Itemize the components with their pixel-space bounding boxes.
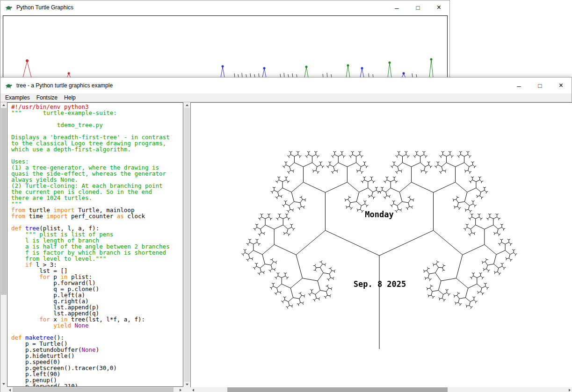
code-line: which use a depth-first-algorithm. <box>11 146 183 152</box>
menubar: Examples Fontsize Help <box>0 93 572 102</box>
fg-window-controls: – □ × <box>508 78 572 93</box>
turtle-app-icon[interactable] <box>5 4 13 11</box>
scroll-down-arrow[interactable] <box>184 382 190 387</box>
bg-window-controls: – □ × <box>386 0 449 14</box>
scroll-left-arrow[interactable] <box>190 387 196 392</box>
turtle-icon <box>5 82 13 89</box>
scroll-right-arrow[interactable] <box>567 387 572 392</box>
close-icon: × <box>437 3 441 12</box>
arrow-down-icon <box>2 383 5 385</box>
scroll-up-arrow[interactable] <box>184 102 190 108</box>
maximize-icon: □ <box>416 4 420 11</box>
turtle-app-icon[interactable] <box>5 82 13 89</box>
code-editor[interactable]: #!/usr/bin/env python3""" turtle-example… <box>7 102 183 387</box>
minimize-icon: – <box>395 4 398 12</box>
fg-window-title: tree - a Python turtle graphics example <box>16 82 113 89</box>
menu-help[interactable]: Help <box>61 94 79 101</box>
turtle-icon <box>5 4 13 11</box>
fg-window-titlebar[interactable]: tree - a Python turtle graphics example … <box>0 78 572 93</box>
maximize-icon: □ <box>538 82 542 89</box>
code-line: """ turtle-example-suite: <box>11 110 183 116</box>
code-horizontal-scrollbar[interactable] <box>7 387 183 392</box>
code-vertical-scrollbar[interactable] <box>1 102 7 387</box>
turtle-canvas[interactable] <box>190 102 572 387</box>
bg-window-title: Python Turtle Graphics <box>16 4 73 11</box>
fg-maximize-button[interactable]: □ <box>529 78 550 93</box>
bg-minimize-button[interactable]: – <box>386 0 407 14</box>
scroll-up-arrow[interactable] <box>1 102 7 108</box>
code-line: yield None <box>11 322 183 328</box>
canvas-vscroll-thumb[interactable] <box>184 108 190 382</box>
arrow-right-icon <box>569 389 571 392</box>
menu-fontsize[interactable]: Fontsize <box>33 94 61 101</box>
code-line: tdemo_tree.py <box>11 122 183 128</box>
code-line: from time import perf_counter as clock <box>11 213 183 219</box>
fg-close-button[interactable]: × <box>550 78 572 93</box>
arrow-left-icon <box>9 389 11 392</box>
arrow-up-icon <box>186 104 188 106</box>
code-line <box>11 152 183 158</box>
bg-maximize-button[interactable]: □ <box>407 0 428 14</box>
minimize-icon: – <box>517 82 521 90</box>
arrow-right-icon <box>180 389 181 392</box>
menu-examples[interactable]: Examples <box>2 94 33 101</box>
code-vscroll-thumb[interactable] <box>1 108 7 295</box>
fg-window: tree - a Python turtle graphics example … <box>0 77 572 392</box>
code-text: #!/usr/bin/env python3""" turtle-example… <box>7 103 183 387</box>
scroll-down-arrow[interactable] <box>1 381 7 387</box>
window-content: #!/usr/bin/env python3""" turtle-example… <box>0 102 572 392</box>
arrow-up-icon <box>2 104 5 106</box>
arrow-left-icon <box>192 389 194 392</box>
scroll-left-arrow[interactable] <box>7 387 13 392</box>
arrow-down-icon <box>186 384 188 385</box>
code-hscroll-thumb[interactable] <box>13 387 174 392</box>
canvas-hscroll-thumb[interactable] <box>227 387 448 392</box>
bg-window-titlebar[interactable]: Python Turtle Graphics – □ × <box>0 0 449 14</box>
canvas-horizontal-scrollbar[interactable] <box>190 387 572 392</box>
code-line: p.forward(-210) <box>11 383 183 387</box>
scroll-right-arrow[interactable] <box>178 387 183 392</box>
bg-close-button[interactable]: × <box>428 0 449 14</box>
code-line: there are 1024 turtles. <box>11 195 183 201</box>
fg-minimize-button[interactable]: – <box>508 78 529 93</box>
close-icon: × <box>559 81 563 90</box>
canvas-vertical-scrollbar[interactable] <box>184 102 190 387</box>
